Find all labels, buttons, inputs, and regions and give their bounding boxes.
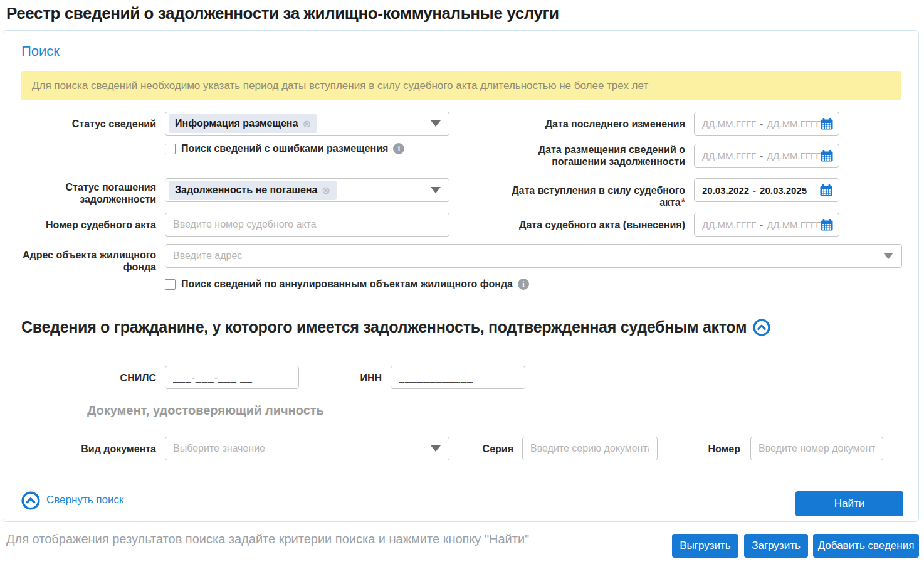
chevron-down-icon[interactable] <box>431 187 441 193</box>
annulled-checkbox-row: Поиск сведений по аннулированным объекта… <box>165 279 529 290</box>
calendar-icon[interactable] <box>820 184 832 196</box>
address-input[interactable] <box>165 245 901 267</box>
chevron-down-icon[interactable] <box>431 120 441 127</box>
collapse-search[interactable]: Свернуть поиск <box>21 491 123 510</box>
warning-banner: Для поиска сведений необходимо указать п… <box>21 71 901 100</box>
address-label: Адрес объекта жилищного фонда <box>12 249 156 273</box>
act-number-input[interactable] <box>165 213 449 237</box>
snils-label: СНИЛС <box>12 372 156 384</box>
page: Реестр сведений о задолженности за жилищ… <box>0 0 924 564</box>
annulled-checkbox-label: Поиск сведений по аннулированным объекта… <box>181 279 513 290</box>
export-button[interactable]: Выгрузить <box>672 534 738 558</box>
date-separator: - <box>760 119 763 129</box>
date-separator: - <box>760 151 763 161</box>
calendar-icon[interactable] <box>821 150 833 162</box>
import-button[interactable]: Загрузить <box>744 534 808 558</box>
repayment-posted-date-label: Дата размещения сведений о погашении зад… <box>491 144 685 168</box>
date-to-placeholder: ДД.ММ.ГГГГ <box>767 151 821 161</box>
calendar-icon[interactable] <box>821 118 833 130</box>
chevron-up-circle-icon[interactable] <box>21 491 40 510</box>
address-select[interactable] <box>165 244 902 268</box>
tag-remove-icon[interactable]: ⊗ <box>302 118 310 130</box>
date-to-placeholder: ДД.ММ.ГГГГ <box>767 119 821 129</box>
collapse-search-link[interactable]: Свернуть поиск <box>46 494 123 508</box>
section-collapse-chevron-up-icon[interactable] <box>753 319 770 336</box>
date-separator: - <box>753 185 756 196</box>
date-separator: - <box>760 220 763 230</box>
errors-checkbox-label: Поиск сведений с ошибками размещения <box>181 143 388 154</box>
act-issued-date-range[interactable]: ДД.ММ.ГГГГ - ДД.ММ.ГГГГ <box>694 213 839 237</box>
doc-series-input[interactable] <box>522 437 658 460</box>
identity-document-heading: Документ, удостоверяющий личность <box>87 403 324 418</box>
doc-type-placeholder: Выберите значение <box>173 443 265 454</box>
date-from-placeholder: ДД.ММ.ГГГГ <box>702 220 756 230</box>
date-to-value: 20.03.2025 <box>760 185 807 196</box>
act-number-label: Номер судебного акта <box>12 219 156 231</box>
search-heading: Поиск <box>21 43 60 60</box>
chevron-down-icon[interactable] <box>883 253 893 259</box>
repayment-status-label: Статус погашения задолженности <box>12 181 156 205</box>
status-select[interactable]: Информация размещена⊗ <box>165 112 449 136</box>
status-tag: Информация размещена⊗ <box>169 114 317 133</box>
act-effective-date-range[interactable]: 20.03.2022 - 20.03.2025 <box>694 178 839 202</box>
date-from-placeholder: ДД.ММ.ГГГГ <box>702 151 756 161</box>
doc-series-label: Серия <box>451 443 513 455</box>
results-hint: Для отображения результатов поиска задай… <box>6 532 529 546</box>
date-to-placeholder: ДД.ММ.ГГГГ <box>767 220 821 230</box>
last-change-date-label: Дата последнего изменения <box>491 118 685 130</box>
repayment-status-tag-label: Задолженность не погашена <box>175 184 317 196</box>
act-effective-date-label-text: Дата вступления в силу судебного акта <box>512 185 685 208</box>
info-icon[interactable]: i <box>518 279 529 290</box>
date-from-value: 20.03.2022 <box>702 185 749 196</box>
citizen-section-heading: Сведения о гражданине, у которого имеетс… <box>21 318 770 336</box>
doc-type-select[interactable]: Выберите значение <box>165 437 449 460</box>
doc-number-label: Номер <box>678 443 740 455</box>
snils-input[interactable] <box>165 366 299 389</box>
page-title: Реестр сведений о задолженности за жилищ… <box>6 4 559 23</box>
act-issued-date-label: Дата судебного акта (вынесения) <box>491 219 685 231</box>
doc-type-label: Вид документа <box>12 443 156 455</box>
date-from-placeholder: ДД.ММ.ГГГГ <box>702 119 756 129</box>
add-data-button[interactable]: Добавить сведения <box>813 534 919 558</box>
repayment-status-tag: Задолженность не погашена⊗ <box>169 181 337 200</box>
calendar-icon[interactable] <box>821 219 833 231</box>
repayment-posted-date-range[interactable]: ДД.ММ.ГГГГ - ДД.ММ.ГГГГ <box>694 144 839 168</box>
annulled-checkbox[interactable] <box>165 279 176 290</box>
inn-label: ИНН <box>319 372 382 384</box>
find-button[interactable]: Найти <box>795 491 903 516</box>
last-change-date-range[interactable]: ДД.ММ.ГГГГ - ДД.ММ.ГГГГ <box>694 112 839 136</box>
errors-checkbox[interactable] <box>165 144 176 154</box>
act-effective-date-label: Дата вступления в силу судебного акта* <box>491 184 685 208</box>
required-asterisk: * <box>681 197 685 208</box>
citizen-heading-text: Сведения о гражданине, у которого имеетс… <box>21 318 747 336</box>
repayment-status-select[interactable]: Задолженность не погашена⊗ <box>165 178 449 202</box>
tag-remove-icon[interactable]: ⊗ <box>322 184 330 196</box>
inn-input[interactable] <box>391 366 525 389</box>
status-tag-label: Информация размещена <box>175 118 298 129</box>
info-icon[interactable]: i <box>393 143 404 154</box>
status-label: Статус сведений <box>12 118 156 130</box>
doc-number-input[interactable] <box>750 437 883 460</box>
errors-checkbox-row: Поиск сведений с ошибками размещения i <box>165 143 404 154</box>
chevron-down-icon[interactable] <box>431 445 441 452</box>
search-panel: Поиск Для поиска сведений необходимо ука… <box>3 30 919 522</box>
